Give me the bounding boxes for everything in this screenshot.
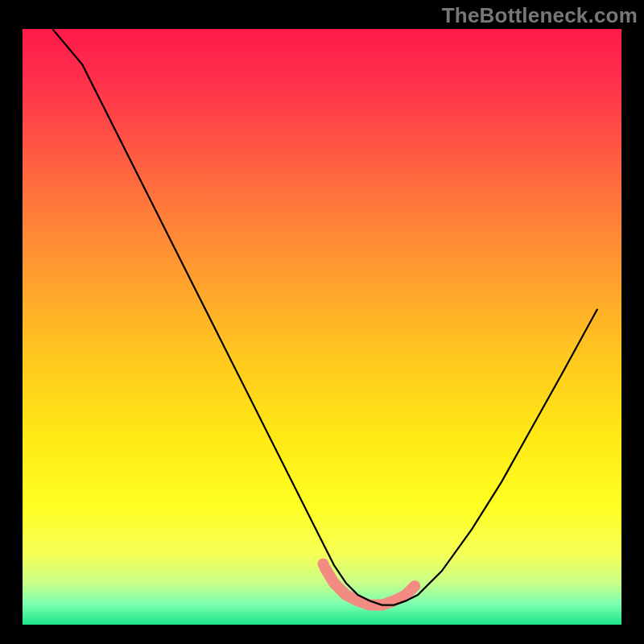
chart-frame: TheBottleneck.com xyxy=(0,0,644,644)
watermark-text: TheBottleneck.com xyxy=(442,3,638,28)
gradient-background xyxy=(23,29,621,625)
chart-canvas xyxy=(0,0,644,644)
highlight-dot xyxy=(318,559,329,570)
